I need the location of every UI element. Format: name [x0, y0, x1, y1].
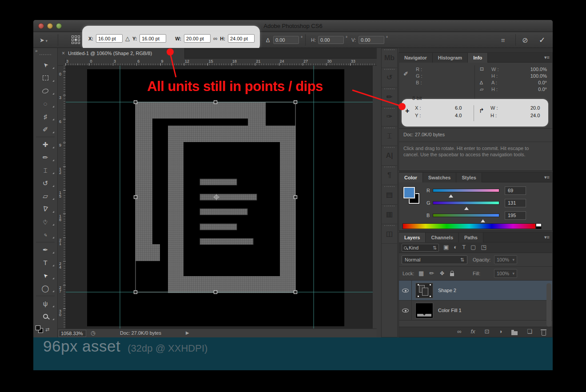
new-group-icon[interactable] — [511, 331, 518, 335]
panel-menu-icon[interactable]: ▾≡ — [544, 174, 550, 180]
vertical-ruler[interactable]: 03691 21 51 82 12 42 73 0 — [58, 66, 66, 329]
warp-mode-icon[interactable]: ⌗ — [501, 36, 505, 44]
character-panel-icon[interactable]: A| — [382, 146, 397, 166]
filter-shape-layers-icon[interactable]: ▢ — [470, 244, 476, 250]
layer-filter-kind-dropdown[interactable]: Kind ⇅ — [402, 244, 439, 252]
swap-colors-icon[interactable]: ⇄ — [45, 327, 49, 333]
spectrum-white-black-swatches[interactable] — [536, 223, 542, 229]
layers-tab-channels[interactable]: Channels — [426, 233, 459, 242]
layer-style-icon[interactable]: fx — [470, 328, 475, 336]
color-slider-track-b[interactable] — [433, 214, 499, 217]
color-tab-styles[interactable]: Styles — [456, 173, 482, 182]
eraser-tool-icon[interactable]: ▱ — [33, 190, 57, 202]
history-brush-tool-icon[interactable]: ↺ — [33, 177, 57, 190]
opacity-dropdown-arrow[interactable]: ▾ — [512, 256, 514, 264]
type-tool-icon[interactable]: T — [33, 256, 57, 269]
color-slider-marker[interactable] — [449, 192, 453, 198]
zoom-tool-icon[interactable] — [33, 310, 57, 323]
crop-tool-icon[interactable]: ♯ — [33, 110, 57, 123]
tools-collapse-chevron[interactable]: » — [33, 48, 57, 54]
color-slider-track-r[interactable] — [433, 189, 499, 192]
filter-smart-objects-icon[interactable]: ◳ — [481, 244, 486, 250]
layers-tab-layers[interactable]: Layers — [399, 233, 426, 242]
delete-layer-icon[interactable] — [542, 331, 546, 336]
layer-thumbnail[interactable] — [415, 303, 433, 318]
new-layer-icon[interactable]: ❏ — [527, 328, 532, 336]
foreground-color-swatch[interactable] — [403, 187, 415, 198]
document-tab[interactable]: ×Untitled-1 @ 1060% (Shape 2, RGB/8) — [58, 48, 185, 59]
blur-tool-icon[interactable]: ♤ — [33, 215, 57, 228]
paragraph-panel-icon[interactable]: ¶ — [382, 166, 397, 185]
fill-dropdown-arrow[interactable]: ▾ — [512, 269, 514, 277]
info-tab-info[interactable]: Info — [468, 53, 488, 63]
reference-point-locator-icon[interactable] — [72, 36, 80, 44]
lasso-tool-icon[interactable] — [33, 84, 57, 97]
ellipse-tool-icon[interactable]: ◯ — [33, 282, 57, 295]
paint-bucket-tool-icon[interactable]: ∇ — [33, 202, 57, 215]
add-layer-mask-icon[interactable]: ⊡ — [485, 328, 490, 336]
layer-visibility-eye-icon[interactable] — [402, 309, 409, 313]
filter-pixel-layers-icon[interactable]: ▣ — [443, 244, 449, 250]
status-menu-arrow[interactable]: ▶ — [186, 330, 189, 335]
fill-field[interactable]: 100%▾ — [494, 269, 517, 278]
lock-transparency-icon[interactable]: ▦ — [419, 270, 424, 277]
brush-presets-panel-icon[interactable]: ✑ — [382, 107, 397, 127]
panel-menu-icon[interactable]: ▾≡ — [544, 55, 550, 60]
color-slider-marker[interactable] — [464, 205, 469, 210]
layer-visibility-cell[interactable] — [399, 301, 412, 321]
v-skew-field[interactable] — [359, 36, 384, 44]
mini-bridge-panel-icon[interactable]: Mb — [382, 48, 397, 68]
rotate-angle-field[interactable] — [273, 36, 299, 44]
foreground-color-mini-swatch[interactable] — [36, 325, 40, 330]
dodge-tool-icon[interactable]: ♀ — [33, 228, 57, 241]
y-field[interactable] — [140, 34, 166, 43]
blend-mode-dropdown[interactable]: Normal⇅ — [402, 255, 467, 264]
brush-panel-icon[interactable]: ✏ — [382, 87, 397, 107]
history-panel-icon[interactable]: ↺ — [382, 68, 397, 87]
layer-row[interactable]: Color Fill 1 — [399, 301, 552, 321]
h-skew-field[interactable] — [318, 36, 344, 44]
layers-scrollbar[interactable] — [546, 283, 551, 327]
layer-name[interactable]: Color Fill 1 — [438, 308, 462, 313]
opacity-field[interactable]: 100%▾ — [494, 255, 517, 264]
layers-tab-paths[interactable]: Paths — [459, 233, 483, 242]
healing-brush-tool-icon[interactable]: ✚ — [33, 138, 57, 151]
info-tab-navigator[interactable]: Navigator — [399, 53, 433, 63]
eyedropper-tool-icon[interactable]: ✐ — [33, 123, 57, 136]
h-field[interactable] — [228, 34, 255, 43]
color-value-field-g[interactable]: 131 — [505, 199, 526, 207]
current-tool-icon[interactable]: ➤ ▾ — [40, 37, 48, 44]
clone-source-panel-icon[interactable]: ⌶ — [382, 127, 397, 146]
horizontal-ruler[interactable]: 303691215182124273033 — [66, 59, 377, 66]
cancel-transform-icon[interactable]: ⊘ — [522, 36, 528, 44]
canvas-viewport[interactable] — [66, 66, 377, 329]
zoom-level-field[interactable]: 1058.33% — [59, 330, 86, 337]
color-slider-track-g[interactable] — [433, 201, 499, 205]
link-layers-icon[interactable]: ∞ — [457, 328, 461, 336]
lock-position-icon[interactable]: ❖ — [439, 270, 445, 277]
relative-position-icon[interactable]: △ — [125, 35, 130, 42]
panel-menu-icon[interactable]: ▾≡ — [544, 234, 550, 240]
hand-tool-icon[interactable]: ψ — [33, 297, 57, 310]
layer-comps-panel-icon[interactable]: ▤ — [382, 185, 397, 205]
filter-adjustment-layers-icon[interactable]: ◐ — [454, 244, 457, 250]
quick-selection-tool-icon[interactable]: ◌ — [33, 97, 57, 110]
lock-pixels-icon[interactable]: ✏ — [429, 270, 434, 277]
layer-row[interactable]: Shape 2 — [399, 281, 552, 301]
color-spectrum-ramp[interactable] — [403, 223, 536, 229]
lock-all-icon[interactable] — [450, 273, 454, 276]
layer-visibility-cell[interactable] — [399, 281, 412, 301]
commit-transform-icon[interactable]: ✓ — [539, 36, 545, 45]
properties-panel-icon[interactable]: ◫ — [382, 224, 397, 244]
vertical-scrollbar[interactable] — [373, 66, 377, 329]
brush-tool-icon[interactable]: ✏ — [33, 151, 57, 164]
new-adjustment-layer-icon[interactable]: ◑ — [498, 328, 502, 336]
color-value-field-b[interactable]: 195 — [505, 211, 526, 220]
filter-type-layers-icon[interactable]: T — [462, 244, 466, 250]
tools-grip[interactable] — [40, 54, 51, 58]
notes-panel-icon[interactable]: ▥ — [382, 205, 397, 224]
layer-name[interactable]: Shape 2 — [438, 288, 456, 293]
path-selection-tool-icon[interactable]: ➤ — [33, 269, 57, 282]
x-field[interactable] — [96, 34, 123, 43]
w-field[interactable] — [184, 34, 211, 43]
